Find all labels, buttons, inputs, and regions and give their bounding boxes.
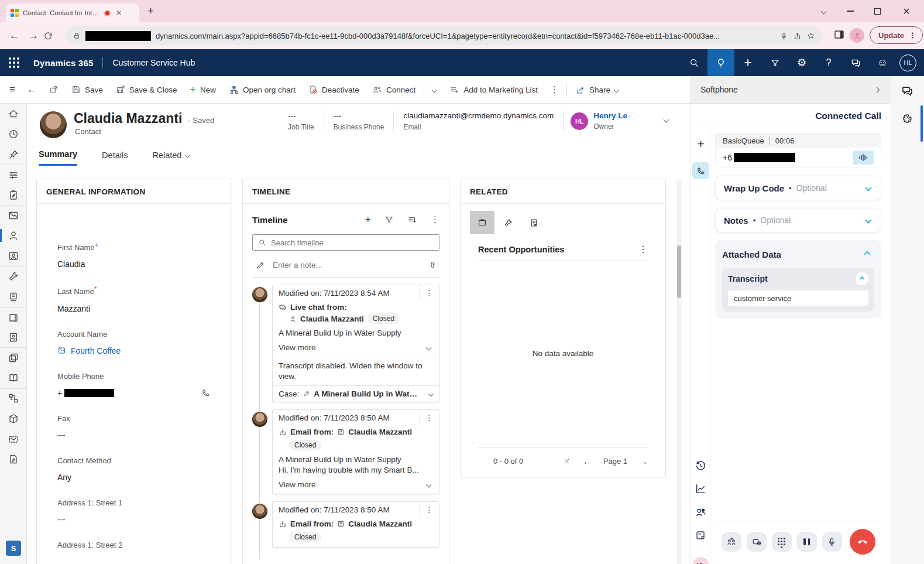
wrap-up-code-section[interactable]: Wrap Up Code • Optional: [715, 176, 881, 200]
window-minimize-button[interactable]: [837, 0, 864, 22]
call-history-icon[interactable]: [695, 460, 707, 472]
sidebar-item-knowledge-search[interactable]: [0, 327, 26, 348]
attachment-paperclip-icon[interactable]: [428, 261, 437, 269]
timeline-more-icon[interactable]: ⋮: [431, 214, 439, 225]
save-and-close-button[interactable]: Save & Close: [109, 76, 184, 103]
sidebar-item-email-templates[interactable]: [0, 429, 26, 449]
forward-icon[interactable]: →: [24, 30, 43, 42]
window-close-button[interactable]: ✕: [893, 0, 920, 22]
phone-call-icon[interactable]: [201, 388, 211, 398]
window-menu-button[interactable]: [810, 0, 837, 22]
browser-sidebar-icon[interactable]: [833, 29, 845, 40]
connect-button[interactable]: Connect: [366, 76, 422, 103]
browser-update-button[interactable]: Update ⋮: [870, 26, 923, 44]
expand-chevron-icon[interactable]: [861, 180, 876, 196]
sidebar-item-signatures[interactable]: [0, 449, 26, 470]
notes-sticky-icon[interactable]: [695, 529, 706, 541]
mic-icon[interactable]: [779, 32, 788, 40]
browser-tab[interactable]: Contact: Contact for Interact ✕: [6, 4, 139, 22]
address-bar[interactable]: dynamics.com/main.aspx?appid=6685b74b-fc…: [66, 26, 822, 45]
add-device-icon[interactable]: [747, 532, 767, 552]
back-icon[interactable]: ←: [5, 30, 24, 42]
view-more-button[interactable]: View more: [279, 480, 433, 489]
account-link[interactable]: Fourth Coffee: [57, 346, 214, 356]
tab-details[interactable]: Details: [102, 149, 128, 166]
view-more-button[interactable]: View more: [279, 343, 433, 352]
timeline-add-icon[interactable]: +: [365, 214, 371, 226]
previous-page-icon[interactable]: ←: [583, 456, 592, 466]
window-maximize-button[interactable]: [864, 0, 891, 22]
bottom-s-button[interactable]: S: [6, 541, 21, 556]
sidebar-item-contacts[interactable]: [0, 225, 26, 246]
mute-mic-icon[interactable]: [822, 532, 842, 552]
header-field-owner[interactable]: HL Henry Le Owner: [563, 111, 634, 131]
apps-puzzle-icon[interactable]: [901, 112, 913, 125]
sidebar-item-home[interactable]: [0, 104, 26, 124]
sidebar-item-articles[interactable]: [0, 347, 26, 368]
app-name[interactable]: Customer Service Hub: [112, 58, 195, 67]
hold-pause-icon[interactable]: [797, 532, 817, 552]
timeline-sort-icon[interactable]: [407, 215, 417, 225]
add-to-marketing-list-button[interactable]: Add to Marketing List: [443, 76, 544, 103]
scrollbar-thumb[interactable]: [677, 245, 681, 298]
share-page-icon[interactable]: [793, 32, 802, 40]
user-avatar[interactable]: HL: [899, 54, 916, 71]
section-more-icon[interactable]: ⋮: [638, 244, 648, 255]
help-icon[interactable]: ?: [815, 49, 842, 76]
expand-chevron-icon[interactable]: [861, 213, 876, 228]
new-record-button[interactable]: + New: [184, 76, 223, 103]
analytics-chart-icon[interactable]: [695, 483, 707, 495]
entry-more-icon[interactable]: ⋮: [419, 502, 439, 517]
tab-related[interactable]: Related: [152, 149, 190, 166]
timeline-filter-icon[interactable]: [384, 215, 394, 224]
vertical-scrollbar[interactable]: [676, 180, 682, 564]
reload-icon[interactable]: [43, 31, 63, 41]
tab-close-icon[interactable]: ✕: [116, 9, 122, 17]
tab-summary[interactable]: Summary: [39, 149, 77, 166]
notes-section[interactable]: Notes • Optional: [715, 208, 881, 233]
sidebar-item-queues[interactable]: [0, 286, 26, 307]
more-commands-icon[interactable]: ⋮: [544, 84, 565, 95]
sidebar-item-social-profiles[interactable]: [0, 246, 26, 266]
new-tab-button[interactable]: +: [147, 6, 154, 16]
sidebar-item-knowledge-articles[interactable]: [0, 307, 26, 327]
end-call-button[interactable]: [850, 529, 875, 555]
app-launcher-icon[interactable]: [9, 57, 19, 68]
agent-presence-avatar[interactable]: HL: [692, 557, 709, 564]
next-page-icon[interactable]: →: [639, 456, 648, 466]
first-name-value[interactable]: Claudia: [57, 259, 214, 269]
update-menu-icon[interactable]: ⋮: [909, 31, 916, 40]
collapse-panel-chevron-icon[interactable]: [874, 87, 880, 93]
related-tab-opportunities[interactable]: [470, 211, 494, 234]
sidebar-item-products[interactable]: [0, 408, 26, 429]
sidebar-item-recent[interactable]: [0, 124, 26, 145]
save-button[interactable]: Save: [65, 76, 109, 103]
sidebar-item-knowledge-base[interactable]: [0, 368, 26, 388]
enter-note-input[interactable]: [273, 261, 421, 269]
search-icon[interactable]: [681, 49, 707, 76]
dialpad-icon[interactable]: [772, 532, 792, 552]
header-expand-chevron-icon[interactable]: [664, 117, 669, 123]
timeline-note-row[interactable]: [252, 259, 439, 278]
quick-create-icon[interactable]: +: [734, 49, 761, 76]
overflow-chevron-icon[interactable]: [426, 76, 443, 103]
sidebar-item-cases[interactable]: [0, 266, 26, 287]
bookmark-star-icon[interactable]: [806, 32, 815, 40]
entry-more-icon[interactable]: ⋮: [419, 410, 439, 425]
sidebar-item-activities[interactable]: [0, 185, 26, 206]
site-map-toggle-icon[interactable]: ≡: [4, 84, 21, 95]
sidebar-item-pinned[interactable]: [0, 144, 26, 165]
collapse-chevron-icon[interactable]: [860, 247, 874, 261]
entry-case-row[interactable]: Case: A Mineral Build Up in Water S...: [273, 385, 439, 402]
softphone-panel-header[interactable]: Softphone: [691, 76, 891, 104]
contact-photo[interactable]: [40, 111, 67, 138]
related-tab-cases[interactable]: [496, 211, 520, 234]
transfer-call-icon[interactable]: [722, 532, 741, 552]
sidebar-item-entitlements[interactable]: [0, 388, 26, 409]
transcript-value[interactable]: customer service: [728, 290, 868, 306]
lightbulb-icon[interactable]: [707, 49, 734, 76]
browser-profile-avatar[interactable]: [850, 28, 864, 43]
entry-more-icon[interactable]: ⋮: [419, 285, 439, 300]
brand-title[interactable]: Dynamics 365: [33, 58, 93, 68]
deactivate-button[interactable]: Deactivate: [302, 76, 366, 103]
